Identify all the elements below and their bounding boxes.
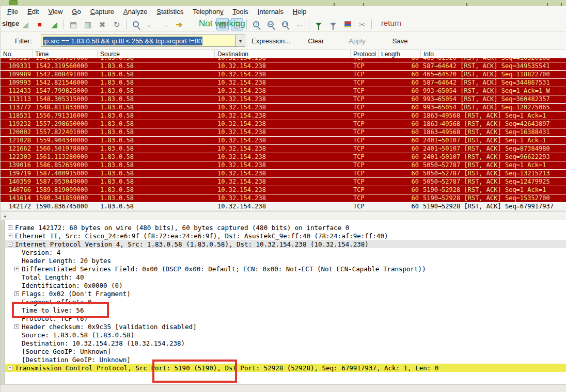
menu-item-view[interactable]: View bbox=[43, 7, 67, 17]
capture-stop-icon[interactable]: ■ bbox=[34, 18, 46, 30]
packet-row[interactable]: 109993 1542.821546000 1.83.0.58 10.32.15… bbox=[1, 79, 566, 87]
packet-row[interactable]: 118531 1556.791316000 1.83.0.58 10.32.15… bbox=[1, 112, 566, 120]
tree-field-fragment-offset[interactable]: Fragment offset: 0 bbox=[5, 298, 566, 306]
clear-button[interactable]: Clear bbox=[308, 37, 324, 45]
scroll-left-arrow-icon[interactable]: ◂ bbox=[1, 212, 9, 220]
capture-filter-icon[interactable] bbox=[312, 18, 325, 30]
packet-row[interactable]: 139719 1587.400915000 1.83.0.58 10.32.15… bbox=[1, 170, 566, 178]
find-packet-icon[interactable] bbox=[130, 18, 142, 30]
filter-value: ip.src == 1.83.0.58 && ip.ttl < 255 && t… bbox=[43, 37, 202, 45]
tree-line-frame[interactable]: + Frame 142172: 60 bytes on wire (480 bi… bbox=[5, 223, 566, 232]
packet-row[interactable]: 142172 1590.836745000 1.83.0.58 10.32.15… bbox=[1, 203, 566, 211]
packet-row[interactable]: 113772 1548.811833000 1.83.0.58 10.32.15… bbox=[1, 104, 566, 112]
zoom-in-icon[interactable]: + bbox=[250, 18, 262, 30]
packet-list-hscrollbar[interactable]: ◂ bbox=[1, 211, 566, 220]
status-bar bbox=[1, 384, 566, 392]
menu-item-statistics[interactable]: Statistics bbox=[152, 7, 188, 17]
menu-item-edit[interactable]: Edit bbox=[23, 7, 43, 17]
filter-label: Filter: bbox=[15, 37, 41, 45]
packet-row[interactable]: 121028 1559.904340000 1.83.0.58 10.32.15… bbox=[1, 137, 566, 145]
packet-row[interactable]: 112433 1547.799825000 1.83.0.58 10.32.15… bbox=[1, 87, 566, 95]
packet-row[interactable]: 119232 1557.298650000 1.83.0.58 10.32.15… bbox=[1, 120, 566, 128]
tree-line-ethernet[interactable]: + Ethernet II, Src: Cisco_24:e6:9f (f8:7… bbox=[5, 232, 566, 240]
tree-field-dsf[interactable]: + Differentiated Services Field: 0x00 (D… bbox=[5, 265, 566, 273]
tree-field-flags[interactable]: + Flags: 0x02 (Don't Fragment) bbox=[5, 289, 566, 298]
tree-field-identification[interactable]: Identification: 0x0000 (0) bbox=[5, 281, 566, 289]
tree-field-header-length[interactable]: Header Length: 20 bytes bbox=[5, 256, 566, 265]
open-file-icon[interactable]: ▤ bbox=[67, 18, 80, 30]
expander-icon[interactable]: + bbox=[8, 225, 12, 230]
packet-row[interactable]: 121662 1560.501978000 1.83.0.58 10.32.15… bbox=[1, 145, 566, 153]
tree-field-destination-geoip[interactable]: [Destination GeoIP: Unknown] bbox=[5, 355, 566, 364]
tree-field-total-length[interactable]: Total Length: 40 bbox=[5, 273, 566, 281]
packet-row[interactable]: 122303 1561.113280000 1.83.0.58 10.32.15… bbox=[1, 153, 566, 161]
tree-field-ttl[interactable]: Time to live: 56 bbox=[5, 306, 566, 314]
expander-icon[interactable]: + bbox=[8, 234, 12, 238]
tree-line-ip[interactable]: − Internet Protocol Version 4, Src: 1.83… bbox=[5, 240, 566, 248]
menu-item-tools[interactable]: Tools bbox=[228, 7, 253, 17]
go-back-icon[interactable]: ← bbox=[144, 18, 156, 30]
menu-item-help[interactable]: Help bbox=[288, 7, 311, 17]
save-button[interactable]: Save bbox=[392, 37, 408, 45]
tree-line-tcp[interactable]: + Transmission Control Protocol, Src Por… bbox=[5, 364, 566, 372]
app-icon bbox=[9, 0, 18, 5]
close-file-icon[interactable]: ✖ bbox=[96, 18, 108, 30]
column-header-time[interactable]: Time bbox=[33, 50, 98, 58]
expander-icon[interactable]: − bbox=[8, 242, 12, 247]
column-header-no[interactable]: No. bbox=[1, 50, 33, 58]
menu-item-analyze[interactable]: Analyze bbox=[119, 7, 152, 17]
tree-field-source[interactable]: Source: 1.83.0.58 (1.83.0.58) bbox=[5, 331, 566, 339]
column-header-info[interactable]: Info bbox=[421, 50, 566, 58]
packet-row[interactable]: 109327 1542.307757000 1.83.0.58 10.32.15… bbox=[1, 58, 566, 62]
column-header-protocol[interactable]: Protocol bbox=[351, 50, 379, 58]
resize-columns-icon[interactable]: ⇔ bbox=[293, 18, 306, 30]
zoom-100-icon[interactable]: 1:1 bbox=[279, 18, 291, 30]
packet-row[interactable]: 140359 1587.953049000 1.83.0.58 10.32.15… bbox=[1, 178, 566, 186]
autoscroll-toggle-icon[interactable]: ◲ bbox=[231, 18, 243, 30]
expander-icon[interactable]: + bbox=[8, 366, 12, 370]
column-header-length[interactable]: Length bbox=[379, 50, 421, 58]
packet-row[interactable]: 139016 1586.852659000 1.83.0.58 10.32.15… bbox=[1, 161, 566, 170]
colorize-toggle-icon[interactable]: ▦ bbox=[216, 18, 229, 30]
packet-row[interactable]: 113113 1548.305315000 1.83.0.58 10.32.15… bbox=[1, 95, 566, 104]
packet-row[interactable]: 109989 1542.808491000 1.83.0.58 10.32.15… bbox=[1, 71, 566, 79]
tree-field-source-geoip[interactable]: [Source GeoIP: Unknown] bbox=[5, 347, 566, 355]
apply-button[interactable]: Apply bbox=[349, 37, 366, 45]
expander-icon[interactable]: + bbox=[14, 324, 19, 329]
coloring-rules-icon[interactable] bbox=[341, 18, 354, 30]
go-forward-icon[interactable]: → bbox=[159, 18, 171, 30]
menu-item-internals[interactable]: Internals bbox=[253, 7, 288, 17]
tree-field-protocol[interactable]: Protocol: TCP (6) bbox=[5, 314, 566, 322]
expression-button[interactable]: Expression... bbox=[251, 37, 290, 45]
menu-item-capture[interactable]: Capture bbox=[86, 7, 119, 17]
menu-item-file[interactable]: File bbox=[3, 7, 23, 17]
packet-row[interactable]: 120002 1557.822401000 1.83.0.58 10.32.15… bbox=[1, 128, 566, 137]
titlebar-artifact bbox=[547, 3, 548, 6]
capture-restart-icon[interactable]: ◢ bbox=[48, 18, 60, 30]
go-to-packet-icon[interactable]: ➔ bbox=[173, 18, 185, 30]
save-file-icon[interactable]: ▥ bbox=[82, 18, 94, 30]
display-filter-icon[interactable] bbox=[327, 18, 339, 30]
menu-item-go[interactable]: Go bbox=[67, 7, 85, 17]
reload-icon[interactable]: ↻ bbox=[111, 18, 123, 30]
zoom-out-icon[interactable]: − bbox=[264, 18, 277, 30]
scrollbar-track[interactable] bbox=[9, 212, 566, 220]
column-header-destination[interactable]: Destination bbox=[215, 50, 351, 58]
filter-dropdown-button[interactable]: ▾ bbox=[236, 35, 245, 47]
expander-icon[interactable]: + bbox=[14, 267, 19, 271]
tree-field-destination[interactable]: Destination: 10.32.154.238 (10.32.154.23… bbox=[5, 339, 566, 347]
list-interfaces-icon[interactable]: ⚙ bbox=[5, 18, 17, 30]
capture-start-icon[interactable]: ◢ bbox=[19, 18, 32, 30]
packet-row[interactable]: 141614 1590.341859000 1.83.0.58 10.32.15… bbox=[1, 194, 566, 203]
packet-row[interactable]: 109331 1542.319560000 1.83.0.58 10.32.15… bbox=[1, 62, 566, 71]
titlebar bbox=[1, 0, 566, 6]
titlebar-artifact bbox=[561, 3, 562, 6]
expander-icon[interactable]: + bbox=[14, 291, 19, 296]
column-header-source[interactable]: Source bbox=[98, 50, 215, 58]
packet-row[interactable]: 140766 1589.819009000 1.83.0.58 10.32.15… bbox=[1, 186, 566, 194]
tree-field-version[interactable]: Version: 4 bbox=[5, 248, 566, 256]
tree-field-header-checksum[interactable]: + Header checksum: 0x9c35 [validation di… bbox=[5, 322, 566, 331]
menu-item-telephony[interactable]: Telephony bbox=[188, 7, 228, 17]
filter-input[interactable]: ip.src == 1.83.0.58 && ip.ttl < 255 && t… bbox=[41, 35, 236, 47]
preferences-icon[interactable]: ✂ bbox=[356, 18, 368, 30]
